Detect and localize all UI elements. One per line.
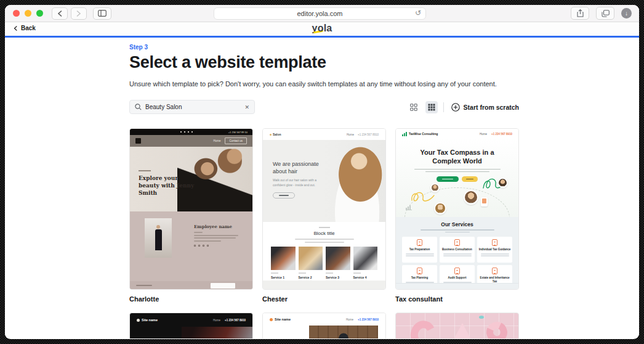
downloads-button[interactable]: ↓: [621, 8, 632, 18]
template-name: Tax consultant: [395, 295, 519, 303]
main-content: Step 3 Select a website template Unsure …: [5, 38, 639, 338]
address-bar[interactable]: editor.yola.com ↺: [214, 7, 426, 20]
mini-logo-icon: [402, 132, 407, 136]
phone-in-hand-decoration: [481, 197, 488, 207]
mini-primary-button: [437, 176, 459, 182]
pink-shape-decoration: [453, 323, 472, 338]
mini-logo-icon: [270, 318, 273, 321]
mini-hero-subtext: Walk out of our hair salon with a confid…: [273, 178, 329, 187]
browser-forward-button[interactable]: [71, 7, 87, 20]
mini-navbar: Site name Home +1 234 567 8910: [130, 313, 252, 327]
minimize-window-button[interactable]: [25, 10, 31, 17]
start-from-scratch-button[interactable]: Start from scratch: [451, 103, 519, 112]
page-top-bar: Back yola: [5, 22, 639, 36]
mini-secondary-button: [462, 176, 478, 182]
template-name: Charlotte: [129, 295, 253, 303]
paragraph-placeholder: [443, 253, 472, 258]
mini-nav-home: Home: [480, 133, 487, 136]
mini-services-title: Our Services: [396, 221, 518, 227]
service-icon: [417, 239, 422, 246]
mini-employee-heading: Employee name: [194, 224, 241, 229]
social-icons: [180, 131, 193, 133]
grid-2x2-icon: [410, 104, 417, 111]
service-photo: [299, 247, 323, 270]
service-photo: [353, 247, 378, 270]
mini-footer: [263, 281, 385, 289]
zoom-window-button[interactable]: [36, 10, 43, 17]
sidebar-toggle-button[interactable]: [93, 7, 111, 20]
mini-hero-heading: We are passionate about hair: [273, 161, 329, 175]
service-icon: [454, 268, 460, 274]
template-search[interactable]: ✕: [129, 100, 255, 114]
window-controls: [13, 10, 43, 17]
grid-view-3col-button[interactable]: [425, 101, 438, 113]
service-icon: [492, 239, 497, 246]
mini-nav-home: Home: [347, 133, 354, 136]
template-card-tax-consultant[interactable]: TaxWise Consulting Home +1 234 567 8910 …: [395, 128, 519, 290]
mini-navbar: TaxWise Consulting Home +1 234 567 8910: [396, 129, 518, 139]
grid-3x3-icon: [428, 104, 435, 111]
avatar: [434, 202, 446, 215]
clear-search-icon[interactable]: ✕: [244, 104, 249, 110]
template-cell-chester: Salon Home +1 234 567 8910 We are passio…: [262, 128, 386, 303]
hero-photo: [182, 327, 252, 338]
mini-navbar: Home Contact us: [130, 135, 252, 147]
mini-service-card: Tax Preparation: [402, 237, 437, 263]
template-card-pink[interactable]: [395, 313, 519, 338]
chart-icon: [406, 205, 412, 210]
page-subtitle: Unsure which template to pick? Don't wor…: [129, 80, 519, 88]
mini-employee-section: Employee name: [130, 211, 252, 290]
template-card-light[interactable]: Site name Home +1 234 567 8910: [262, 313, 386, 338]
mini-footer: [130, 281, 252, 290]
template-card-chester[interactable]: Salon Home +1 234 567 8910 We are passio…: [262, 128, 386, 290]
mini-phone: +1 234 567 8910: [358, 318, 379, 321]
reload-icon[interactable]: ↺: [415, 9, 421, 17]
divider: [443, 102, 444, 112]
browser-back-button[interactable]: [52, 7, 68, 20]
template-cell-charlotte: +1 234 567 89 10 Home Contact us: [129, 128, 253, 303]
template-name: Chester: [262, 295, 386, 303]
paragraph-placeholder: [295, 239, 354, 243]
template-card-dark[interactable]: Site name Home +1 234 567 8910: [129, 313, 253, 338]
mini-hero-heading: Your Tax Compass in a Complex World: [411, 149, 504, 166]
employee-photo: [145, 218, 172, 258]
yola-logo: yola: [5, 23, 639, 34]
close-window-button[interactable]: [13, 10, 20, 17]
browser-chrome: editor.yola.com ↺ ↓: [5, 5, 639, 22]
mini-phone: +1 234 567 8910: [358, 133, 379, 136]
mini-hero: Your Tax Compass in a Complex World: [396, 139, 518, 217]
start-from-scratch-label: Start from scratch: [464, 104, 519, 111]
share-icon: [577, 9, 584, 17]
mini-block-title: Block title: [263, 231, 385, 236]
mini-button: [273, 192, 295, 199]
share-button[interactable]: [571, 7, 589, 20]
text-placeholder: [139, 170, 151, 171]
footer-input-placeholder: [211, 283, 235, 289]
service-photo: [271, 247, 296, 270]
service-icon: [454, 239, 460, 246]
teal-dot-decoration: [479, 316, 484, 319]
mini-logo: Site name: [270, 317, 291, 321]
mini-hero: Explore your beauty with Jenny Smith: [130, 147, 252, 211]
mini-logo-icon: [137, 319, 140, 322]
browser-window: editor.yola.com ↺ ↓ Back yola Step 3 Sel…: [5, 5, 639, 339]
template-card-charlotte[interactable]: +1 234 567 89 10 Home Contact us: [129, 128, 253, 290]
mini-navbar: Salon Home +1 234 567 8910: [263, 129, 385, 140]
mini-service-card: Business Consultation: [440, 237, 475, 263]
page-title: Select a website template: [129, 53, 519, 72]
avatar: [464, 190, 478, 205]
mini-logo: [135, 138, 141, 144]
url-text: editor.yola.com: [297, 10, 343, 17]
tab-overview-button[interactable]: [596, 7, 614, 20]
step-label: Step 3: [129, 44, 519, 51]
mini-contact-button: Contact us: [225, 137, 247, 144]
paragraph-placeholder: [414, 169, 501, 173]
search-input[interactable]: [145, 104, 241, 110]
grid-view-2col-button[interactable]: [408, 101, 420, 113]
mini-logo: Salon: [270, 133, 281, 136]
mini-hero: We are passionate about hair Walk out of…: [263, 140, 385, 222]
chevron-right-icon: [76, 10, 81, 17]
mini-logo: Site name: [137, 318, 158, 322]
template-cell-tax-consultant: TaxWise Consulting Home +1 234 567 8910 …: [395, 128, 519, 303]
sidebar-icon: [98, 10, 107, 17]
